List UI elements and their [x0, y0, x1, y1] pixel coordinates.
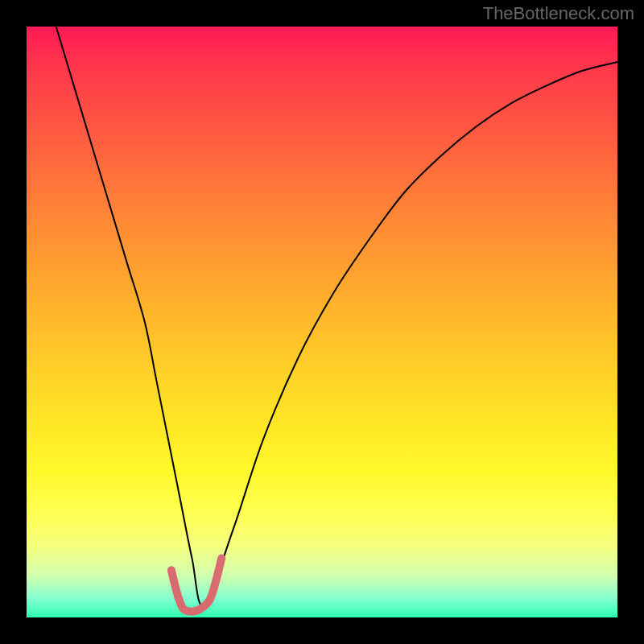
series-black-curve [56, 27, 617, 606]
chart-curves [27, 27, 617, 617]
watermark-text: TheBottleneck.com [483, 3, 634, 24]
series-pink-valley [171, 559, 221, 612]
chart-plot-area [27, 27, 617, 617]
